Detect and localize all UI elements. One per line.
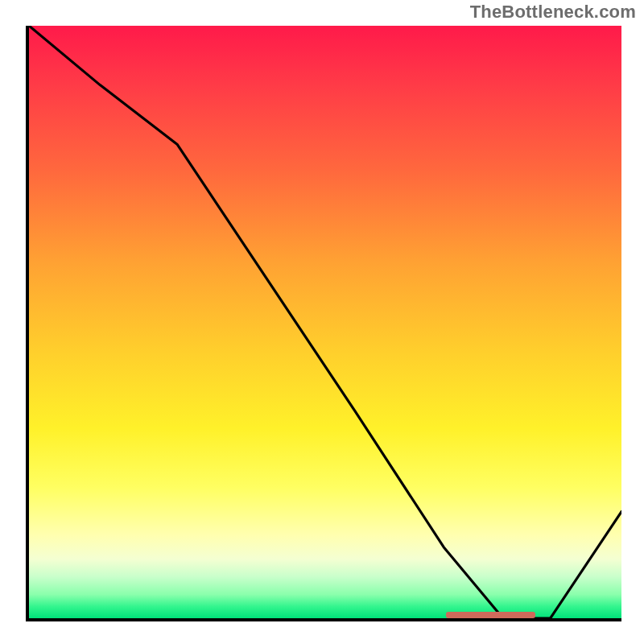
optimal-range-marker <box>446 612 535 618</box>
attribution-text: TheBottleneck.com <box>470 2 636 23</box>
plot-area <box>26 26 621 621</box>
bottleneck-curve <box>29 26 621 618</box>
chart-frame: TheBottleneck.com <box>0 0 644 644</box>
